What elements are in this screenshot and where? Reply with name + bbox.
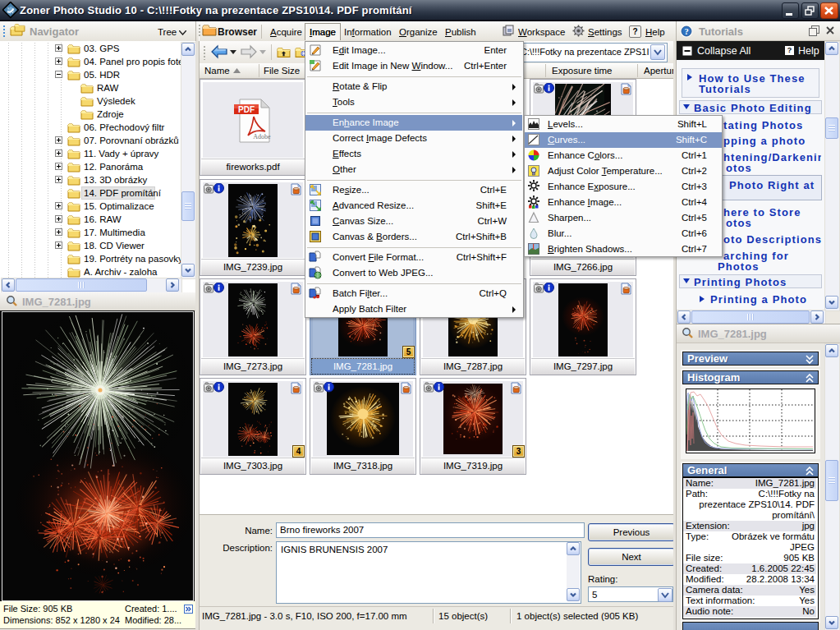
svg-text:?: ? bbox=[684, 27, 688, 36]
svg-text:PDF: PDF bbox=[238, 105, 255, 114]
svg-text:Adobe: Adobe bbox=[253, 133, 271, 140]
